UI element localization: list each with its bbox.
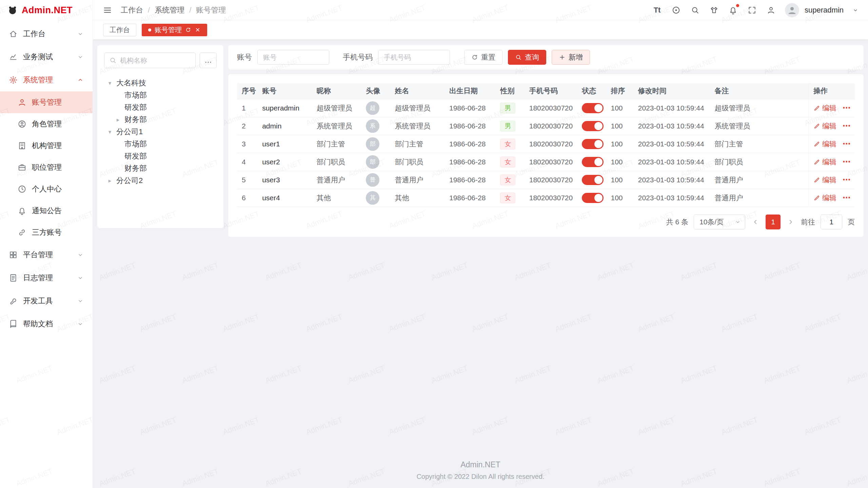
sidebar-subitem[interactable]: 职位管理 <box>0 157 93 178</box>
page-size-select[interactable]: 10条/页 <box>694 215 745 229</box>
goto-page-input[interactable] <box>821 215 842 229</box>
table-row: 3user1部门主管部部门主管1986-06-28女18020030720100… <box>237 135 855 153</box>
next-page-button[interactable] <box>786 218 795 226</box>
breadcrumb-separator: / <box>148 6 150 15</box>
row-more-button[interactable]: ⋯ <box>843 121 850 130</box>
row-more-button[interactable]: ⋯ <box>843 193 850 202</box>
app-logo[interactable]: Admin.NET <box>0 0 93 20</box>
edit-button[interactable]: 编辑 <box>813 121 836 131</box>
breadcrumb-item-workbench[interactable]: 工作台 <box>121 5 143 15</box>
row-more-button[interactable]: ⋯ <box>843 175 850 184</box>
tree-node[interactable]: ▾大名科技 <box>104 77 217 89</box>
cell-modified: 2023-01-03 10:59:44 <box>633 189 710 207</box>
cell-name: 系统管理员 <box>390 117 445 135</box>
edit-button[interactable]: 编辑 <box>813 103 836 113</box>
caret-right-icon[interactable]: ▸ <box>106 177 114 184</box>
user-icon[interactable] <box>766 5 776 15</box>
close-icon[interactable] <box>195 27 201 33</box>
notification-bell-icon[interactable] <box>728 5 738 15</box>
toggle-knob <box>594 158 603 166</box>
font-size-icon[interactable]: Tt <box>652 5 662 15</box>
page-number-1[interactable]: 1 <box>766 215 781 229</box>
edit-button[interactable]: 编辑 <box>813 193 836 203</box>
cell-order: 100 <box>606 153 633 171</box>
sidebar-subitem-label: 个人中心 <box>32 184 84 194</box>
search-icon <box>109 57 117 64</box>
org-more-button[interactable]: … <box>200 53 217 68</box>
tree-node[interactable]: 财务部 <box>104 162 217 175</box>
edit-button[interactable]: 编辑 <box>813 175 836 185</box>
gender-badge: 男 <box>500 121 515 131</box>
sidebar-item-label: 平台管理 <box>23 250 72 260</box>
search-icon[interactable] <box>690 5 700 15</box>
row-more-button[interactable]: ⋯ <box>843 157 850 166</box>
caret-right-icon[interactable]: ▸ <box>114 116 122 123</box>
refresh-icon[interactable] <box>185 27 191 33</box>
caret-down-icon[interactable]: ▾ <box>106 80 114 87</box>
cell-phone: 18020030720 <box>525 135 577 153</box>
cell-modified: 2023-01-03 10:59:44 <box>633 171 710 189</box>
tree-node[interactable]: ▸财务部 <box>104 114 217 126</box>
sidebar-subitem[interactable]: 个人中心 <box>0 178 93 200</box>
tree-node[interactable]: 市场部 <box>104 138 217 150</box>
sidebar-item[interactable]: 工作台 <box>0 22 93 45</box>
tree-node-label: 市场部 <box>124 90 147 100</box>
edit-button[interactable]: 编辑 <box>813 157 836 167</box>
account-input[interactable] <box>257 50 329 65</box>
sidebar-item-label: 业务测试 <box>23 52 72 62</box>
status-toggle[interactable] <box>582 193 604 203</box>
sidebar-subitem[interactable]: 通知公告 <box>0 200 93 222</box>
sidebar-item[interactable]: 帮助文档 <box>0 312 93 336</box>
cell-order: 100 <box>606 171 633 189</box>
prev-page-button[interactable] <box>751 218 760 226</box>
sidebar-item[interactable]: 业务测试 <box>0 45 93 68</box>
cell-status <box>577 171 606 189</box>
column-header: 出生日期 <box>445 83 495 99</box>
add-button[interactable]: 新增 <box>552 50 590 65</box>
sidebar-item[interactable]: 系统管理 <box>0 68 93 92</box>
cell-gender: 女 <box>495 135 524 153</box>
sidebar-item[interactable]: 平台管理 <box>0 243 93 266</box>
menu-collapse-icon[interactable] <box>102 5 113 15</box>
tree-node-label: 市场部 <box>124 139 147 149</box>
tree-node[interactable]: ▸分公司2 <box>104 175 217 187</box>
reset-button[interactable]: 重置 <box>464 50 502 65</box>
org-search-field[interactable] <box>104 53 196 68</box>
sidebar-subitem[interactable]: 账号管理 <box>0 92 93 113</box>
row-more-button[interactable]: ⋯ <box>843 139 850 148</box>
caret-down-icon[interactable]: ▾ <box>106 128 114 136</box>
status-toggle[interactable] <box>582 103 604 113</box>
breadcrumb-item-system[interactable]: 系统管理 <box>155 5 184 15</box>
tree-node[interactable]: 研发部 <box>104 150 217 162</box>
cell-phone: 18020030720 <box>525 171 577 189</box>
sidebar-item[interactable]: 日志管理 <box>0 266 93 289</box>
status-toggle[interactable] <box>582 175 604 185</box>
sidebar-item[interactable]: 开发工具 <box>0 289 93 312</box>
theme-icon[interactable] <box>709 5 719 15</box>
globe-icon[interactable] <box>671 5 681 15</box>
sidebar-subitem[interactable]: 机构管理 <box>0 135 93 157</box>
status-toggle[interactable] <box>582 121 604 131</box>
status-toggle[interactable] <box>582 139 604 149</box>
page-footer: Admin.NET Copyright © 2022 Dilon All rig… <box>93 451 868 488</box>
tree-node-label: 研发部 <box>124 151 147 161</box>
status-toggle[interactable] <box>582 157 604 167</box>
search-button[interactable]: 查询 <box>508 50 546 65</box>
log-icon <box>9 273 18 282</box>
cell-actions: 编辑⋯ <box>808 171 855 189</box>
row-more-button[interactable]: ⋯ <box>843 103 850 112</box>
tree-node[interactable]: 市场部 <box>104 89 217 101</box>
cell-nickname: 系统管理员 <box>312 117 361 135</box>
org-search-input[interactable] <box>120 57 191 64</box>
tab-account-management[interactable]: 账号管理 <box>142 24 207 36</box>
user-avatar[interactable] <box>785 3 799 17</box>
fullscreen-icon[interactable] <box>747 5 757 15</box>
tree-node[interactable]: ▾分公司1 <box>104 126 217 138</box>
tab-workbench[interactable]: 工作台 <box>103 24 136 36</box>
phone-input[interactable] <box>378 50 450 65</box>
edit-button[interactable]: 编辑 <box>813 139 836 149</box>
sidebar-subitem[interactable]: 角色管理 <box>0 113 93 135</box>
username[interactable]: superadmin <box>805 6 844 15</box>
tree-node[interactable]: 研发部 <box>104 101 217 114</box>
sidebar-subitem[interactable]: 三方账号 <box>0 222 93 243</box>
